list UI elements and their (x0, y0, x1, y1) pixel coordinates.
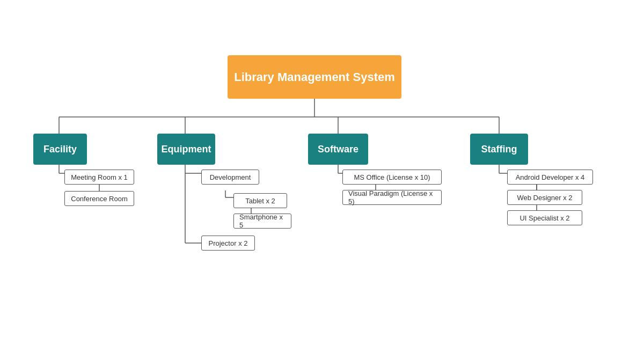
visual-paradigm-node: Visual Paradigm (License x 5) (342, 190, 442, 205)
equipment-label: Equipment (162, 144, 211, 155)
staffing-node: Staffing (470, 134, 528, 165)
staffing-label: Staffing (481, 144, 517, 155)
msoffice-node: MS Office (License x 10) (342, 170, 442, 185)
development-label: Development (210, 173, 251, 181)
facility-node: Facility (33, 134, 87, 165)
projector-label: Projector x 2 (209, 239, 248, 247)
software-label: Software (318, 144, 358, 155)
equipment-node: Equipment (157, 134, 215, 165)
web-designer-label: Web Designer x 2 (517, 194, 572, 202)
android-dev-label: Android Developer x 4 (516, 173, 585, 181)
connector-lines (0, 0, 644, 338)
root-label: Library Management System (234, 70, 395, 84)
android-dev-node: Android Developer x 4 (507, 170, 593, 185)
conference-room-node: Conference Room (64, 191, 134, 206)
tablet-label: Tablet x 2 (245, 197, 275, 205)
visual-paradigm-label: Visual Paradigm (License x 5) (348, 189, 436, 205)
tablet-node: Tablet x 2 (233, 193, 287, 208)
web-designer-node: Web Designer x 2 (507, 190, 582, 205)
msoffice-label: MS Office (License x 10) (354, 173, 430, 181)
meeting-room-label: Meeting Room x 1 (71, 173, 128, 181)
ui-specialist-node: UI Specialist x 2 (507, 210, 582, 225)
smartphone-node: Smartphone x 5 (233, 214, 291, 229)
root-node: Library Management System (228, 55, 401, 99)
facility-label: Facility (43, 144, 77, 155)
meeting-room-node: Meeting Room x 1 (64, 170, 134, 185)
projector-node: Projector x 2 (201, 236, 255, 251)
diagram-container: Library Management System Facility Meeti… (0, 0, 644, 338)
development-node: Development (201, 170, 259, 185)
smartphone-label: Smartphone x 5 (239, 213, 286, 229)
conference-room-label: Conference Room (71, 195, 128, 203)
software-node: Software (308, 134, 368, 165)
ui-specialist-label: UI Specialist x 2 (519, 214, 569, 222)
